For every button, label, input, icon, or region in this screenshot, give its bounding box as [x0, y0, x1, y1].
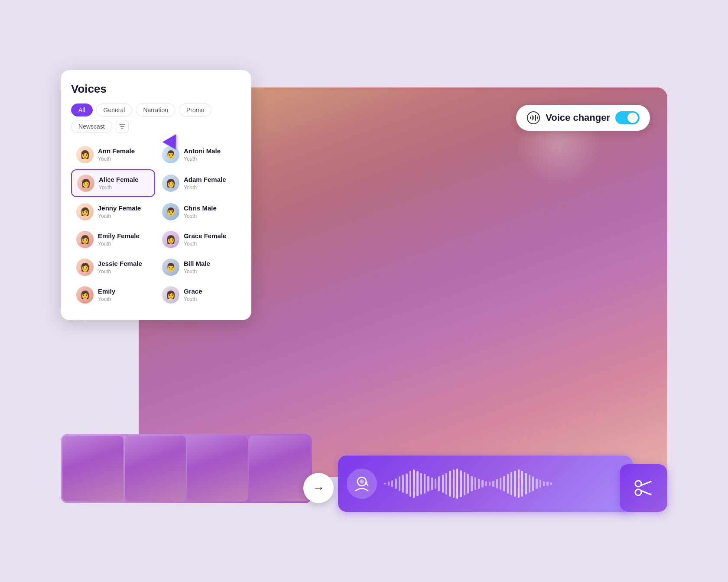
wave-bar: [507, 474, 509, 494]
voice-avatar-adam: 👩: [162, 175, 179, 192]
voice-sub-bill: Youth: [184, 268, 236, 275]
filter-tab-newscast[interactable]: Newscast: [71, 120, 112, 133]
wave-bar: [438, 476, 440, 491]
voice-changer-label: Voice changer: [546, 112, 610, 123]
scissors-button[interactable]: [620, 464, 667, 512]
wave-bar: [521, 471, 523, 497]
voice-name-jessie: Jessie Female: [98, 260, 150, 268]
wave-bar: [518, 469, 520, 498]
voice-sub-grace-f: Youth: [184, 241, 236, 247]
filter-tab-narration[interactable]: Narration: [136, 103, 176, 116]
voice-item-emily-f[interactable]: 👩 Emily Female Youth: [71, 226, 155, 252]
wave-bar: [496, 479, 498, 488]
wave-bar: [395, 479, 397, 489]
voice-name-chris: Chris Male: [184, 204, 236, 212]
wave-bar: [503, 476, 505, 491]
voice-info-jessie: Jessie Female Youth: [98, 260, 150, 275]
arrow-icon: →: [312, 481, 325, 495]
wave-bar: [485, 481, 487, 486]
voice-sub-Antoni: Youth: [184, 156, 236, 162]
wave-bar: [449, 471, 451, 497]
voices-title: Voices: [71, 82, 241, 96]
voice-name-grace-f: Grace Female: [184, 232, 236, 240]
voice-name-grace: Grace: [184, 288, 236, 295]
voice-avatar-grace: 👩: [162, 286, 179, 304]
voice-item-alice[interactable]: 👩 Alice Female Youth: [71, 169, 155, 197]
wave-bar: [510, 472, 512, 495]
film-frame-2: [125, 436, 186, 501]
voices-panel: Voices All General Narration Promo Newsc…: [61, 70, 251, 320]
svg-rect-1: [530, 116, 531, 119]
voice-item-grace-f[interactable]: 👩 Grace Female Youth: [157, 226, 241, 252]
voice-info-emily-f: Emily Female Youth: [98, 232, 150, 247]
wave-bar: [464, 472, 465, 495]
voice-info-jenny: Jenny Female Youth: [98, 204, 150, 219]
wave-bar: [402, 475, 404, 493]
voice-avatar-ann: 👩: [76, 146, 94, 163]
filmstrip: [61, 434, 312, 503]
voice-avatar-grace-f: 👩: [162, 231, 179, 248]
filter-tab-general[interactable]: General: [96, 103, 133, 116]
voice-avatar-emily: 👩: [76, 286, 94, 304]
wave-bar: [420, 473, 422, 495]
voice-sub-alice: Youth: [99, 184, 149, 191]
wave-bar: [529, 475, 530, 493]
voice-item-jessie[interactable]: 👩 Jessie Female Youth: [71, 254, 155, 280]
voice-head-svg: [352, 474, 371, 493]
voice-avatar-jenny: 👩: [76, 203, 94, 220]
main-container: Voice changer Voices All General Narrati…: [61, 53, 667, 529]
audio-waveform-bar: [338, 456, 633, 512]
voice-avatar-jessie: 👩: [76, 259, 94, 276]
wave-bar: [431, 477, 433, 490]
voice-item-adam[interactable]: 👩 Adam Female Youth: [157, 169, 241, 197]
wave-bar: [413, 469, 415, 498]
voice-sub-ann: Youth: [98, 156, 150, 162]
voice-sub-jessie: Youth: [98, 268, 150, 275]
wave-bar: [456, 469, 458, 499]
wave-bar: [474, 477, 476, 490]
wave-bar: [471, 476, 473, 491]
voice-changer-badge: Voice changer: [516, 105, 650, 131]
voice-item-grace[interactable]: 👩 Grace Youth: [157, 282, 241, 308]
audio-head-icon: [347, 469, 377, 499]
voice-sub-chris: Youth: [184, 213, 236, 219]
wave-bar: [435, 479, 436, 489]
voice-info-alice: Alice Female Youth: [99, 176, 149, 191]
next-arrow-button[interactable]: →: [303, 473, 334, 503]
voice-item-jenny[interactable]: 👩 Jenny Female Youth: [71, 199, 155, 225]
voice-item-chris[interactable]: 👨 Chris Male Youth: [157, 199, 241, 225]
wave-bar: [550, 482, 552, 485]
filter-options-icon[interactable]: [116, 120, 129, 133]
voice-name-Antoni: Antoni Male: [184, 147, 236, 155]
voice-sub-grace: Youth: [184, 296, 236, 302]
wave-bar: [416, 471, 419, 496]
voice-item-emily[interactable]: 👩 Emily Youth: [71, 282, 155, 308]
voice-info-chris: Chris Male Youth: [184, 204, 236, 219]
voice-info-grace-f: Grace Female Youth: [184, 232, 236, 247]
voice-item-ann[interactable]: 👩 Ann Female Youth: [71, 142, 155, 168]
voice-info-emily: Emily Youth: [98, 288, 150, 302]
wave-bar: [410, 471, 411, 497]
filter-tab-promo[interactable]: Promo: [179, 103, 211, 116]
voice-avatar-bill: 👨: [162, 259, 179, 276]
voice-name-bill: Bill Male: [184, 260, 236, 268]
svg-rect-5: [537, 116, 538, 119]
voice-info-ann: Ann Female Youth: [98, 147, 150, 162]
wave-bar: [442, 475, 444, 493]
wave-bar: [478, 479, 480, 489]
voice-name-emily: Emily: [98, 288, 150, 295]
voice-changer-toggle[interactable]: [615, 111, 640, 124]
voice-item-bill[interactable]: 👨 Bill Male Youth: [157, 254, 241, 280]
wave-bar: [427, 476, 429, 491]
voice-name-emily-f: Emily Female: [98, 232, 150, 240]
svg-line-15: [641, 491, 651, 495]
filter-tab-all[interactable]: All: [71, 103, 93, 116]
voice-info-bill: Bill Male Youth: [184, 260, 236, 275]
svg-rect-2: [532, 115, 533, 120]
svg-rect-4: [535, 115, 536, 121]
wave-bar: [546, 482, 549, 486]
wave-bar: [384, 483, 386, 485]
wave-bar: [543, 481, 545, 486]
voice-info-adam: Adam Female Youth: [184, 176, 236, 191]
waveform-icon: [526, 111, 540, 125]
